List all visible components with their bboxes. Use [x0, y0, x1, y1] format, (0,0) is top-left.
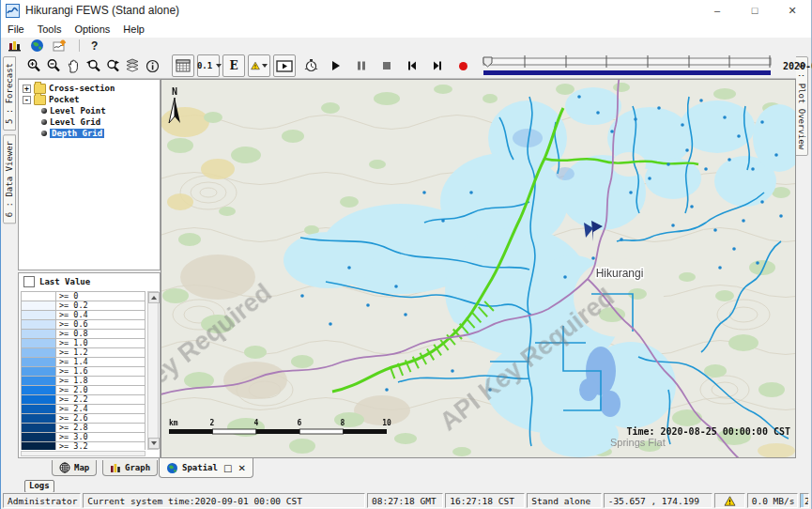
- restore-icon[interactable]: □: [223, 463, 232, 473]
- status-local-time: 16:27:18 CST: [445, 493, 525, 508]
- legend-label: >= 0.8: [56, 330, 145, 338]
- timer-button[interactable]: [302, 55, 319, 76]
- classify-label: E: [229, 59, 237, 72]
- legend-scrollbar[interactable]: [147, 291, 159, 450]
- legend-label: >= 2.2: [56, 395, 145, 404]
- map-view[interactable]: API Key Required API Key Required Hikura…: [161, 79, 796, 458]
- warning-icon: [251, 59, 260, 72]
- bullet-icon: [41, 108, 47, 114]
- tree-item-level-grid[interactable]: Level Grid: [19, 116, 160, 128]
- logs-row: Logs: [1, 480, 811, 492]
- legend-label: >= 1.0: [56, 339, 145, 347]
- legend-label: >= 1.8: [56, 377, 145, 385]
- legend-swatch: [22, 292, 56, 301]
- legend-swatch: [22, 311, 56, 319]
- pause-button[interactable]: [353, 55, 370, 76]
- tab-plot-overview[interactable]: 3 : Plot Overview: [795, 56, 808, 156]
- status-system-time: Current system time:2020-09-01 00:00 CST: [83, 493, 365, 508]
- tree-item-label: Pocket: [49, 95, 80, 104]
- pan-button[interactable]: [65, 55, 82, 76]
- chevron-down-icon: [216, 64, 222, 68]
- zoom-next-button[interactable]: [104, 55, 121, 76]
- legend-label: >= 2.0: [56, 386, 145, 394]
- zoom-in-button[interactable]: [25, 55, 42, 76]
- main-toolbar: ?: [1, 38, 811, 54]
- legend-label: >= 1.2: [56, 348, 145, 357]
- tab-graph[interactable]: Graph: [102, 460, 158, 476]
- play-button[interactable]: [328, 55, 345, 76]
- svg-text:10: 10: [382, 419, 391, 427]
- status-warning[interactable]: [714, 493, 745, 508]
- zoom-out-button[interactable]: [45, 55, 62, 76]
- warning-dropdown[interactable]: [248, 54, 270, 77]
- tab-graph-label: Graph: [125, 463, 150, 472]
- close-icon[interactable]: ✕: [237, 463, 245, 473]
- scroll-down-icon[interactable]: [148, 438, 160, 449]
- status-memory[interactable]: 2.5 GB: [800, 493, 809, 508]
- info-button[interactable]: [144, 55, 161, 76]
- timeseries-chart-button[interactable]: [53, 39, 68, 53]
- step-forward-button[interactable]: [429, 55, 446, 76]
- tab-map[interactable]: Map: [52, 460, 97, 476]
- tab-spatial[interactable]: Spatial □ ✕: [159, 458, 253, 478]
- bullet-icon: [41, 119, 47, 125]
- bar-chart-button[interactable]: [8, 39, 22, 53]
- legend-swatch: [22, 395, 56, 404]
- legend-label: >= 3.2: [56, 442, 145, 450]
- tab-data-viewer[interactable]: 6 : Data Viewer: [3, 134, 16, 224]
- classify-button[interactable]: E: [222, 54, 245, 77]
- grid-button[interactable]: [172, 54, 194, 77]
- app-icon: [6, 4, 20, 18]
- tree-item-level-point[interactable]: Level Point: [19, 105, 160, 116]
- tree-item-depth-grid[interactable]: Depth Grid: [19, 128, 160, 139]
- close-button[interactable]: ✕: [774, 0, 811, 21]
- zoom-previous-button[interactable]: [84, 55, 101, 76]
- current-datetime-label: 2020-08-25 00:00:00 CST: [783, 61, 812, 71]
- status-throughput: 0.0 MB/s: [747, 493, 798, 508]
- map-toolbar: 0.1 E: [18, 54, 796, 79]
- last-value-checkbox[interactable]: [23, 276, 35, 287]
- legend-label: >= 0.6: [56, 320, 145, 329]
- bottom-tab-bar: Map Graph Spatial □ ✕: [1, 458, 811, 480]
- menu-options[interactable]: Options: [68, 23, 116, 35]
- maximize-button[interactable]: □: [736, 0, 774, 21]
- step-back-button[interactable]: [404, 55, 421, 76]
- scroll-up-icon[interactable]: [148, 292, 160, 303]
- globe-icon: [166, 462, 178, 474]
- svg-text:km: km: [169, 419, 178, 427]
- window-title: Hikurangi FEWS (Stand alone): [25, 4, 179, 17]
- expand-icon[interactable]: +: [23, 85, 31, 93]
- record-button[interactable]: [454, 55, 471, 76]
- stop-button[interactable]: [378, 55, 395, 76]
- legend-swatch: [22, 386, 56, 394]
- svg-text:N: N: [172, 86, 177, 97]
- minimize-button[interactable]: –: [698, 0, 736, 21]
- bullet-icon: [41, 131, 47, 136]
- legend-swatch: [22, 358, 56, 366]
- tab-forecast[interactable]: 5 : Forecast: [3, 56, 16, 131]
- last-value-label: Last Value: [39, 277, 90, 286]
- svg-text:8: 8: [341, 419, 345, 427]
- tree-item-pocket[interactable]: - Pocket: [19, 94, 160, 105]
- animate-button[interactable]: [273, 54, 296, 77]
- legend-label: >= 1.6: [56, 367, 145, 376]
- map-canvas[interactable]: API Key Required API Key Required Hikura…: [161, 80, 796, 458]
- globe-button[interactable]: [30, 39, 44, 53]
- tree-item-label: Level Grid: [50, 117, 100, 127]
- legend-row[interactable]: >= 3.2: [21, 442, 146, 450]
- map-time-label: Time: 2020-08-25 00:00:00 CST: [626, 426, 790, 437]
- menu-file[interactable]: File: [1, 23, 31, 35]
- help-button[interactable]: ?: [91, 39, 98, 53]
- legend-swatch: [22, 301, 56, 310]
- collapse-icon[interactable]: -: [23, 96, 31, 104]
- legend-swatch: [22, 367, 56, 376]
- interval-dropdown[interactable]: 0.1: [197, 54, 220, 77]
- legend-label: >= 1.4: [56, 358, 145, 366]
- time-slider[interactable]: [482, 54, 774, 78]
- layers-button[interactable]: [124, 55, 141, 76]
- legend-swatch: [22, 433, 56, 441]
- logs-button[interactable]: Logs: [24, 480, 54, 493]
- menu-tools[interactable]: Tools: [31, 23, 69, 35]
- menu-help[interactable]: Help: [116, 23, 151, 35]
- legend-hscrollbar[interactable]: [21, 451, 146, 456]
